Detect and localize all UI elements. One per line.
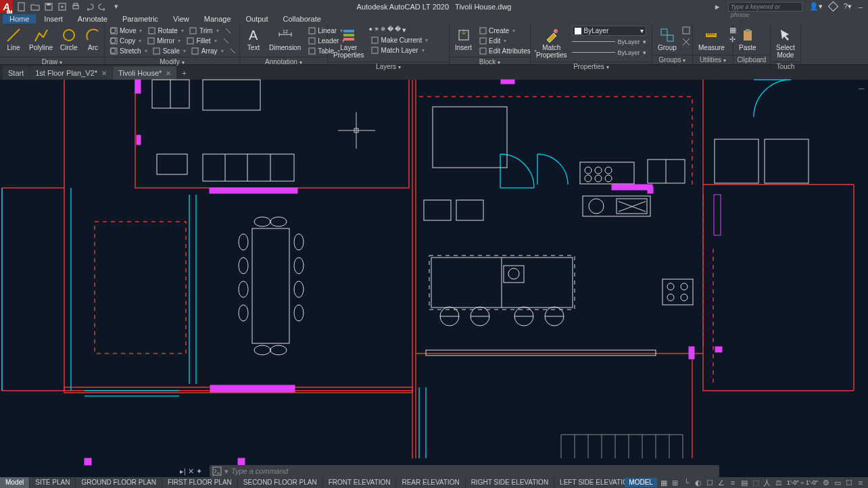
layer-state-icon[interactable]: � — [395, 26, 401, 34]
menu-insert[interactable]: Insert — [37, 14, 70, 24]
paste-button[interactable]: Paste — [736, 26, 759, 53]
modify-extra[interactable] — [227, 46, 239, 55]
filetab-fp1[interactable]: 1st Floor Plan_V2*✕ — [30, 66, 112, 80]
scale-label[interactable]: 1'-0" = 1'-0" — [786, 479, 819, 486]
layer-props-button[interactable]: LayerProperties — [331, 26, 367, 60]
match-props-button[interactable]: MatchProperties — [533, 26, 570, 60]
stretch-button[interactable]: Stretch▾ — [107, 46, 149, 55]
layer-state-icon[interactable]: � — [387, 26, 393, 34]
menu-annotate[interactable]: Annotate — [71, 14, 114, 24]
workspace-icon[interactable]: ⚙ — [821, 478, 831, 487]
cmd-settings-icon[interactable]: ✦ — [196, 467, 202, 476]
layouttab-right-side-elevation[interactable]: RIGHT SIDE ELEVATION — [466, 477, 554, 488]
layer-state-icon[interactable]: ☀ — [374, 26, 379, 34]
make-current-button[interactable]: Make Current▾ — [369, 35, 431, 45]
panel-groups-title[interactable]: Groups▾ — [652, 55, 692, 64]
cmd-history-icon[interactable]: ▸| — [180, 467, 186, 476]
line-button[interactable]: Line — [3, 26, 24, 53]
panel-layers-title[interactable]: Layers▾ — [328, 62, 449, 71]
layouttab-site-plan[interactable]: SITE PLAN — [30, 477, 76, 488]
scale-button[interactable]: Scale▾ — [151, 46, 188, 55]
command-input[interactable]: Type a command — [231, 467, 717, 475]
close-icon[interactable]: ✕ — [101, 70, 107, 77]
layouttab-ground-floor-plan[interactable]: GROUND FLOOR PLAN — [76, 477, 162, 488]
copy-button[interactable]: Copy▾ — [107, 36, 143, 45]
dimension-button[interactable]: 12 Dimension — [266, 26, 304, 53]
trim-button[interactable]: Trim▾ — [187, 26, 221, 35]
layouttab-rear-elevation[interactable]: REAR ELEVATION — [396, 477, 465, 488]
clean-screen-icon[interactable]: ☐ — [844, 478, 854, 487]
search-trigger-icon[interactable]: ► — [714, 3, 721, 11]
layouttab-front-elevation[interactable]: FRONT ELEVATION — [323, 477, 397, 488]
modify-extra[interactable] — [220, 36, 233, 45]
modify-extra[interactable] — [222, 26, 235, 35]
selection-cycling-icon[interactable]: ⬚ — [751, 478, 761, 487]
menu-manage[interactable]: Manage — [197, 14, 238, 24]
snap-icon[interactable]: ⊞ — [671, 478, 680, 487]
signin-icon[interactable]: 👤▾ — [809, 2, 823, 11]
move-button[interactable]: Move▾ — [107, 26, 144, 35]
panel-annotation-title[interactable]: Annotation▾ — [240, 57, 327, 66]
arc-button[interactable]: Arc — [82, 26, 104, 53]
measure-button[interactable]: Measure — [696, 26, 727, 53]
menu-collaborate[interactable]: Collaborate — [276, 14, 328, 24]
filetab-tivoli[interactable]: Tivoli House*✕ — [113, 66, 176, 80]
otrack-icon[interactable]: ∠ — [717, 478, 726, 487]
panel-modify-title[interactable]: Modify▾ — [105, 57, 239, 66]
create-button[interactable]: Create▾ — [477, 26, 539, 35]
group-button[interactable]: Group — [655, 26, 679, 53]
layouttab-second-floor-plan[interactable]: SECOND FLOOR PLAN — [238, 477, 323, 488]
panel-draw-title[interactable]: Draw▾ — [0, 57, 104, 66]
layer-extra-icon[interactable]: ▾ — [402, 26, 406, 34]
drawing-canvas[interactable]: – — [0, 80, 868, 465]
open-icon[interactable] — [30, 2, 40, 11]
save-icon[interactable] — [44, 2, 53, 11]
layer-color-combo[interactable]: ByLayer ▾ — [572, 26, 646, 36]
undo-icon[interactable] — [85, 2, 94, 11]
grid-icon[interactable]: ▦ — [659, 478, 669, 487]
cmd-close-icon[interactable]: ✕ — [188, 467, 194, 476]
redo-icon[interactable] — [98, 2, 107, 11]
match-layer-button[interactable]: Match Layer▾ — [369, 45, 431, 55]
polyline-button[interactable]: Polyline — [26, 26, 55, 53]
monitor-icon[interactable]: ▭ — [833, 478, 842, 487]
command-line[interactable]: ▾ Type a command — [210, 465, 719, 477]
new-icon[interactable] — [17, 2, 26, 11]
transparency-icon[interactable]: ▤ — [740, 478, 749, 487]
text-button[interactable]: A Text — [243, 26, 264, 53]
app-exchange-icon[interactable] — [827, 1, 838, 12]
panel-utilities-title[interactable]: Utilities▾ — [693, 55, 733, 64]
menu-view[interactable]: View — [166, 14, 196, 24]
status-model-button[interactable]: MODEL — [625, 478, 657, 487]
menu-output[interactable]: Output — [239, 14, 275, 24]
ungroup-icon[interactable] — [681, 37, 691, 48]
fillet-button[interactable]: Fillet▾ — [184, 36, 218, 45]
viewport-minimize-icon[interactable]: – — [859, 82, 864, 93]
mirror-button[interactable]: Mirror▾ — [145, 36, 183, 45]
filetab-start[interactable]: Start — [3, 66, 29, 80]
osnap-icon[interactable]: ☐ — [705, 478, 715, 487]
app-logo[interactable]: ALT — [0, 0, 13, 13]
saveas-icon[interactable] — [57, 2, 67, 11]
select-mode-button[interactable]: SelectMode — [773, 26, 798, 60]
annotation-scale-icon[interactable]: 人 — [763, 478, 772, 487]
edit-attr-button[interactable]: Edit Attributes▾ — [477, 46, 539, 55]
panel-block-title[interactable]: Block▾ — [450, 57, 530, 66]
circle-button[interactable]: Circle — [57, 26, 80, 53]
qat-dropdown-icon[interactable]: ▾ — [112, 2, 121, 11]
new-tab-button[interactable]: + — [177, 66, 191, 80]
layer-state-icon[interactable]: ● — [369, 26, 372, 34]
minimize-icon[interactable]: – — [859, 3, 863, 11]
annotation-visibility-icon[interactable]: ⚖ — [774, 478, 783, 487]
help-icon[interactable]: ?▾ — [844, 2, 852, 11]
layouttab-model[interactable]: Model — [0, 477, 30, 488]
panel-properties-title[interactable]: Properties▾ — [531, 62, 652, 71]
linetype-combo[interactable]: ByLayer ▾ — [572, 36, 646, 47]
print-icon[interactable] — [71, 2, 80, 11]
lineweight-icon[interactable]: ≡ — [728, 478, 738, 487]
insert-button[interactable]: Insert — [452, 26, 475, 53]
menu-parametric[interactable]: Parametric — [116, 14, 165, 24]
customize-icon[interactable]: ≡ — [856, 478, 865, 487]
lineweight-combo[interactable]: ByLayer ▾ — [572, 47, 646, 57]
group-edit-icon[interactable] — [681, 26, 691, 36]
